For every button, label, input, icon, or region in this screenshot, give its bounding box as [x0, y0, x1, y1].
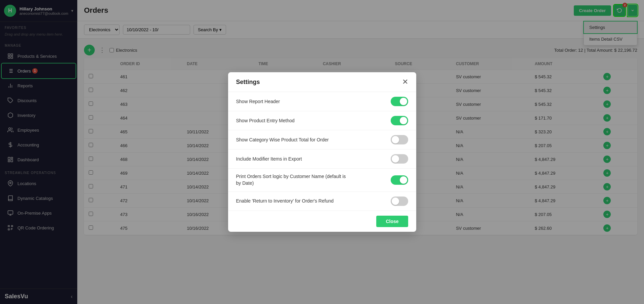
toggle-slider-show-report-header[interactable] — [391, 97, 408, 106]
settings-modal: Settings ✕ Show Report Header Show Produ… — [228, 72, 416, 231]
toggle-show-report-header[interactable] — [391, 97, 408, 106]
settings-row-print-orders-sort-logic: Print Orders Sort logic by Customer Name… — [228, 169, 416, 191]
settings-row-show-category-wise-product-total: Show Category Wise Product Total for Ord… — [228, 130, 416, 149]
toggle-print-orders-sort-logic[interactable] — [391, 175, 408, 185]
settings-label-show-category-wise-product-total: Show Category Wise Product Total for Ord… — [236, 137, 329, 143]
modal-body: Show Report Header Show Product Entry Me… — [228, 92, 416, 210]
toggle-slider-include-modifier-items[interactable] — [391, 154, 408, 164]
toggle-slider-enable-return-to-inventory[interactable] — [391, 197, 408, 206]
settings-row-include-modifier-items: Include Modifier Items in Export — [228, 149, 416, 169]
toggle-slider-show-product-entry-method[interactable] — [391, 116, 408, 125]
modal-close-button[interactable]: ✕ — [402, 78, 408, 86]
toggle-slider-show-category-wise-product-total[interactable] — [391, 135, 408, 144]
settings-row-show-report-header: Show Report Header — [228, 92, 416, 111]
settings-label-enable-return-to-inventory: Enable 'Return to Inventory' for Order's… — [236, 198, 334, 205]
settings-label-show-product-entry-method: Show Product Entry Method — [236, 118, 295, 124]
modal-title: Settings — [236, 79, 260, 86]
settings-label-show-report-header: Show Report Header — [236, 98, 280, 105]
modal-overlay: Settings ✕ Show Report Header Show Produ… — [0, 0, 644, 304]
settings-row-enable-return-to-inventory: Enable 'Return to Inventory' for Order's… — [228, 192, 416, 211]
toggle-include-modifier-items[interactable] — [391, 154, 408, 164]
settings-row-show-product-entry-method: Show Product Entry Method — [228, 111, 416, 130]
toggle-show-product-entry-method[interactable] — [391, 116, 408, 125]
toggle-show-category-wise-product-total[interactable] — [391, 135, 408, 144]
modal-close-btn[interactable]: Close — [376, 216, 408, 227]
modal-footer: Close — [228, 211, 416, 232]
settings-label-print-orders-sort-logic: Print Orders Sort logic by Customer Name… — [236, 173, 350, 186]
modal-header: Settings ✕ — [228, 72, 416, 92]
toggle-slider-print-orders-sort-logic[interactable] — [391, 175, 408, 185]
settings-label-include-modifier-items: Include Modifier Items in Export — [236, 156, 302, 163]
toggle-enable-return-to-inventory[interactable] — [391, 197, 408, 206]
